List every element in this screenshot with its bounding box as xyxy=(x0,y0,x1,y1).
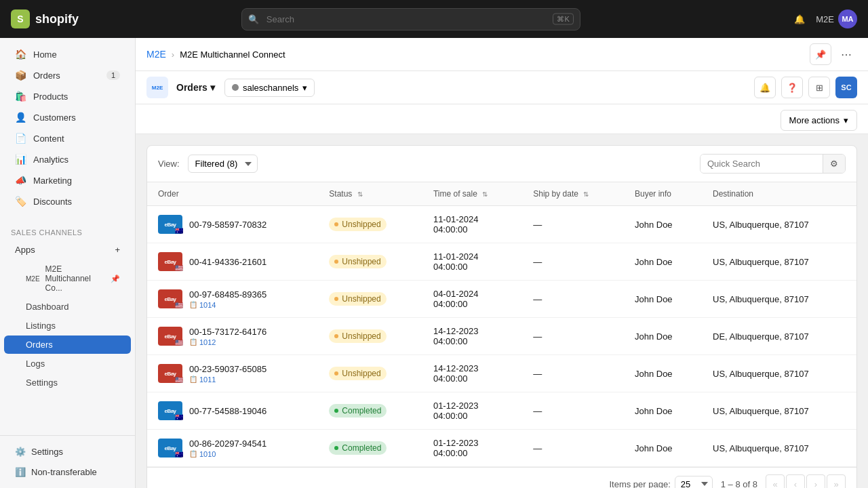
sidebar-bottom-settings[interactable]: ⚙️ Settings xyxy=(4,442,131,462)
sidebar-item-home[interactable]: 🏠 Home xyxy=(4,44,131,64)
sidebar-item-content[interactable]: 📄 Content xyxy=(4,128,131,148)
products-icon: 🛍️ xyxy=(15,91,26,102)
apps-expand-icon: + xyxy=(115,245,120,255)
time-cell-1: 11-01-2024 04:00:00 xyxy=(422,243,522,281)
main-content: M2E › M2E Multichannel Connect 📌 ⋯ M2E O… xyxy=(136,38,868,488)
order-cell-4: eBay 🇺🇸 00-23-59037-65085 📋1011 xyxy=(147,355,318,392)
sidebar-item-customers[interactable]: 👤 Customers xyxy=(4,107,131,127)
breadcrumb-more-icon[interactable]: ⋯ xyxy=(835,43,857,65)
quick-search-filter-btn[interactable]: ⚙ xyxy=(823,155,845,173)
status-cell-6: Completed xyxy=(318,430,422,467)
col-destination: Destination xyxy=(702,182,856,206)
breadcrumb-bar: M2E › M2E Multichannel Connect 📌 ⋯ xyxy=(136,38,868,71)
time-cell-4: 14-12-2023 04:00:00 xyxy=(422,355,522,392)
ship-cell-2: — xyxy=(522,281,624,318)
status-cell-3: Unshipped xyxy=(318,318,422,355)
sidebar-sub-logs[interactable]: Logs xyxy=(4,354,131,373)
status-badge-0: Unshipped xyxy=(329,218,386,231)
breadcrumb-text: M2E Multichannel Connect xyxy=(180,49,285,60)
status-sort-icon: ⇅ xyxy=(357,190,363,198)
dest-cell-4: US, Albuquerque, 87107 xyxy=(702,355,856,392)
page-title-button[interactable]: Orders ▾ xyxy=(172,79,219,96)
buyer-cell-4: John Doe xyxy=(624,355,702,392)
sidebar-sub-dashboard[interactable]: Dashboard xyxy=(4,298,131,316)
sidebar-item-orders[interactable]: 📦 Orders 1 xyxy=(4,65,131,85)
search-input[interactable] xyxy=(241,8,580,30)
ship-cell-3: — xyxy=(522,318,624,355)
sc-button[interactable]: SC xyxy=(835,77,857,98)
channel-dropdown-chevron: ▾ xyxy=(302,83,307,93)
page-last-btn[interactable]: » xyxy=(827,474,846,488)
status-dot-5 xyxy=(334,409,338,413)
sidebar-apps-header[interactable]: Apps + xyxy=(4,240,131,260)
order-logo-4: eBay 🇺🇸 xyxy=(158,364,182,383)
sales-channels-label: Sales channels xyxy=(0,223,135,239)
sidebar-item-discounts[interactable]: 🏷️ Discounts xyxy=(4,191,131,211)
sidebar-item-marketing[interactable]: 📣 Marketing xyxy=(4,170,131,190)
sidebar-item-orders-label: Orders xyxy=(33,70,60,81)
toolbar-logo-text: M2E xyxy=(152,85,163,91)
layout: 🏠 Home 📦 Orders 1 🛍️ Products 👤 Customer… xyxy=(0,38,868,488)
page-title-chevron: ▾ xyxy=(210,82,215,93)
bell-icon-btn[interactable]: 🔔 xyxy=(754,77,776,98)
sidebar-item-m2e[interactable]: M2E M2E Multichannel Co... 📌 xyxy=(4,260,131,297)
sidebar-item-home-label: Home xyxy=(33,49,57,60)
sidebar-sales-channels-section: Sales channels Apps + M2E M2E Multichann… xyxy=(0,218,135,398)
sidebar-sub-settings[interactable]: Settings xyxy=(4,373,131,392)
status-cell-0: Unshipped xyxy=(318,206,422,243)
home-icon: 🏠 xyxy=(15,49,26,60)
sidebar: 🏠 Home 📦 Orders 1 🛍️ Products 👤 Customer… xyxy=(0,38,136,488)
orders-icon: 📦 xyxy=(15,70,26,81)
order-flag-2: 🇺🇸 xyxy=(175,302,183,309)
channel-dropdown[interactable]: saleschannels ▾ xyxy=(224,79,315,97)
sidebar-item-analytics[interactable]: 📊 Analytics xyxy=(4,149,131,169)
status-dot-6 xyxy=(334,446,338,450)
more-actions-chevron: ▾ xyxy=(844,115,848,125)
notifications-button[interactable]: 🔔 xyxy=(789,8,810,30)
orders-card: View: Filtered (8) ⚙ xyxy=(146,145,857,488)
status-badge-4: Unshipped xyxy=(329,367,386,380)
sidebar-bottom-non-transferable[interactable]: ℹ️ Non-transferable xyxy=(4,462,131,482)
time-cell-6: 01-12-2023 04:00:00 xyxy=(422,430,522,467)
more-actions-button[interactable]: More actions ▾ xyxy=(781,110,857,131)
order-cell-1: eBay 🇺🇸 00-41-94336-21601 xyxy=(147,243,318,281)
time-cell-5: 01-12-2023 04:00:00 xyxy=(422,392,522,430)
sidebar-sub-listings[interactable]: Listings xyxy=(4,317,131,335)
channel-name: saleschannels xyxy=(243,83,298,93)
quick-search-input[interactable] xyxy=(701,155,823,173)
more-actions-label: More actions xyxy=(789,115,840,125)
sidebar-item-discounts-label: Discounts xyxy=(33,197,72,207)
per-page-select[interactable]: 25 50 100 xyxy=(675,476,713,489)
sidebar-item-products[interactable]: 🛍️ Products xyxy=(4,86,131,106)
buyer-cell-5: John Doe xyxy=(624,392,702,430)
help-icon-btn[interactable]: ❓ xyxy=(781,77,803,98)
ship-sort-icon: ⇅ xyxy=(583,190,589,198)
buyer-cell-1: John Doe xyxy=(624,243,702,281)
grid-icon-btn[interactable]: ⊞ xyxy=(808,77,830,98)
order-cell-6: eBay 🇦🇺 00-86-20297-94541 📋1010 xyxy=(147,430,318,467)
order-logo-2: eBay 🇺🇸 xyxy=(158,289,182,308)
time-cell-3: 14-12-2023 04:00:00 xyxy=(422,318,522,355)
status-badge-5: Completed xyxy=(329,404,387,418)
items-per-page-label: Items per page: xyxy=(609,479,670,489)
status-badge-2: Unshipped xyxy=(329,292,386,306)
sidebar-sub-orders[interactable]: Orders xyxy=(4,336,131,354)
order-cell-3: eBay 🇺🇸 00-15-73172-64176 📋1012 xyxy=(147,318,318,355)
page-next-btn[interactable]: › xyxy=(806,474,825,488)
page-first-btn[interactable]: « xyxy=(766,474,785,488)
status-dot-2 xyxy=(334,297,338,301)
ship-cell-1: — xyxy=(522,243,624,281)
orders-table: Order Status ⇅ Time of sale ⇅ xyxy=(147,182,856,467)
analytics-icon: 📊 xyxy=(15,154,26,165)
breadcrumb-pin-icon[interactable]: 📌 xyxy=(810,43,831,65)
order-logo-1: eBay 🇺🇸 xyxy=(158,252,182,271)
status-dot-1 xyxy=(334,260,338,264)
page-info: 1 – 8 of 8 xyxy=(721,479,757,489)
order-flag-0: 🇦🇺 xyxy=(175,227,183,235)
page-prev-btn[interactable]: ‹ xyxy=(786,474,805,488)
shopify-logo[interactable]: S shopify xyxy=(11,9,133,28)
view-select[interactable]: Filtered (8) xyxy=(188,155,258,173)
col-order: Order xyxy=(147,182,318,206)
customers-icon: 👤 xyxy=(15,112,26,123)
user-menu[interactable]: M2E MA xyxy=(816,9,857,28)
